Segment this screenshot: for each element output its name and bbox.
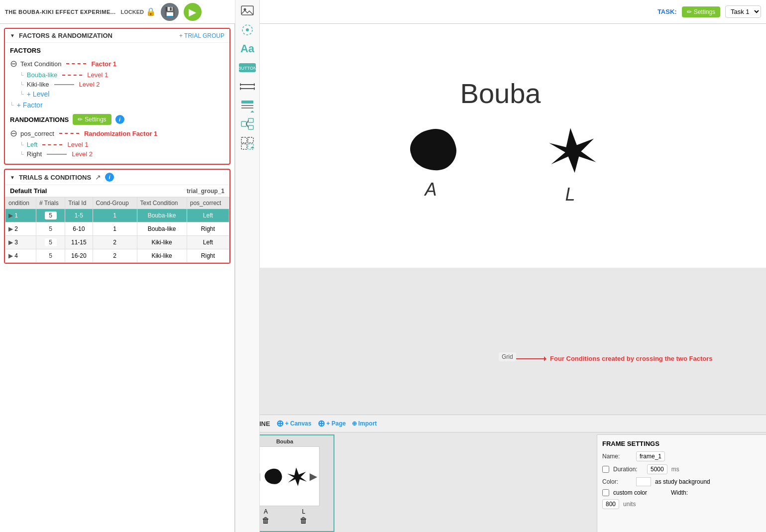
add-page-button[interactable]: ⊕ + Page — [318, 418, 346, 429]
duration-checkbox[interactable] — [602, 466, 609, 473]
cell-text-condition: Bouba-like — [137, 222, 187, 236]
play-button[interactable]: ▶ — [184, 3, 202, 21]
rand-level1-name: Left — [27, 141, 38, 148]
default-trial-label: Default Trial — [10, 187, 47, 195]
cell-cond: ▶ 1 — [5, 209, 36, 222]
duration-unit: ms — [671, 466, 679, 473]
image-icon[interactable] — [237, 2, 257, 20]
arrows-icon[interactable] — [237, 78, 257, 96]
factor1-item: ⊖ Text Condition Factor 1 — [10, 58, 224, 69]
cell-trial-id: 6-10 — [65, 222, 93, 236]
col-trial-id: Trial Id — [65, 198, 93, 209]
randomizations-section: RANDOMIZATIONS ✏ Settings i — [10, 114, 224, 125]
collapse-triangle[interactable]: ▼ — [10, 33, 15, 38]
delete-star-icon[interactable]: 🗑 — [300, 516, 308, 525]
table-header-row: ondition # Trials Trial Id Cond-Group Te… — [5, 198, 229, 209]
grid-label: Grid — [499, 352, 516, 361]
add-trial-group-button[interactable]: + TRIAL GROUP — [179, 32, 224, 39]
color-desc: as study background — [655, 478, 710, 485]
external-link-icon[interactable]: ↗ — [95, 173, 101, 181]
task-label: TASK: — [657, 8, 677, 15]
grid-icon[interactable] — [237, 134, 257, 152]
top-bar: THE BOUBA-KIKI EFFECT EXPERIME... LOCKED… — [0, 0, 766, 24]
info-icon[interactable]: i — [115, 115, 124, 124]
trials-count-4[interactable]: 5 — [45, 252, 57, 260]
cell-trials: 5 — [36, 209, 65, 222]
trials-section: ▼ TRIALS & CONDITIONS ↗ i Default Trial … — [4, 169, 230, 264]
svg-marker-8 — [240, 83, 241, 86]
cell-text-condition: Bouba-like — [137, 209, 187, 222]
duration-value[interactable]: 5000 — [647, 464, 667, 474]
svg-marker-7 — [254, 83, 255, 86]
level1-name: Bouba-like — [27, 71, 57, 79]
shape-l-label: L — [565, 184, 575, 205]
mini-blob — [261, 466, 284, 486]
level2-label: Level 2 — [79, 81, 100, 88]
color-label: Color: — [602, 478, 632, 485]
color-row: Color: as study background — [602, 477, 761, 486]
circle-dashed-icon[interactable] — [237, 21, 257, 39]
shapes-row: A L — [401, 119, 600, 205]
main-layout: ▼ FACTORS & RANDOMIZATION + TRIAL GROUP … — [0, 24, 766, 532]
play-icon-2[interactable]: ▶ — [8, 225, 13, 232]
left-panel: ▼ FACTORS & RANDOMIZATION + TRIAL GROUP … — [0, 24, 235, 532]
frame-settings-panel: FRAME SETTINGS Name: frame_1 Duration: 5… — [597, 434, 766, 532]
svg-text:BUTTON: BUTTON — [238, 66, 256, 71]
cell-cond: ▶ 2 — [5, 222, 36, 236]
button-icon[interactable]: BUTTON — [237, 59, 257, 77]
text-icon[interactable]: Aa — [237, 40, 257, 58]
save-button[interactable]: 💾 — [161, 3, 179, 21]
trials-collapse-triangle[interactable]: ▼ — [10, 175, 15, 180]
frame-labels-row: A 🗑 L 🗑 — [262, 508, 308, 525]
task-select[interactable]: Task 1 — [725, 5, 761, 18]
lock-icon: 🔒 — [146, 7, 156, 16]
trials-info-icon[interactable]: i — [105, 173, 114, 182]
rand-level1-item: └ Left Level 1 — [20, 141, 224, 148]
conditions-table-body: ▶ 1 5 1-5 1 Bouba-like Left ▶ 2 5 6-10 1… — [5, 209, 229, 263]
blob-shape — [401, 124, 461, 174]
trials-count-3[interactable]: 5 — [45, 238, 57, 246]
conditions-table: ondition # Trials Trial Id Cond-Group Te… — [5, 197, 229, 263]
cell-trial-id: 16-20 — [65, 249, 93, 263]
factor1-dashed-line — [66, 63, 86, 64]
right-toolbar: Aa BUTTON — [235, 0, 260, 532]
trials-count-1[interactable]: 5 — [45, 212, 57, 219]
cell-cond-group: 1 — [93, 209, 137, 222]
width-value[interactable]: 800 — [602, 499, 619, 509]
play-icon-1[interactable]: ▶ — [8, 212, 13, 219]
factors-section-title: FACTORS & RANDOMIZATION — [19, 32, 112, 39]
add-level-button[interactable]: + Level — [27, 90, 50, 98]
play-icon-3[interactable]: ▶ — [8, 239, 13, 246]
import-button[interactable]: ⊕ Import — [352, 420, 377, 427]
add-canvas-icon: ⊕ — [276, 418, 284, 429]
list-icon[interactable] — [237, 97, 257, 114]
name-label: Name: — [602, 453, 632, 460]
pencil-icon: ✏ — [687, 8, 692, 15]
frame-next-button[interactable]: ▶ — [310, 471, 317, 482]
app-title: THE BOUBA-KIKI EFFECT EXPERIME... — [5, 9, 115, 15]
delete-blob-icon[interactable]: 🗑 — [262, 516, 270, 525]
factors-label: FACTORS — [10, 47, 224, 54]
play-icon-4[interactable]: ▶ — [8, 252, 13, 259]
minus-icon-2[interactable]: ⊖ — [10, 128, 17, 139]
name-value[interactable]: frame_1 — [636, 451, 665, 461]
minus-icon[interactable]: ⊖ — [10, 58, 17, 69]
star-shape — [541, 119, 600, 179]
frame-settings-title: FRAME SETTINGS — [602, 440, 761, 447]
add-canvas-button[interactable]: ⊕ + Canvas — [276, 418, 312, 429]
randomizations-settings-button[interactable]: ✏ Settings — [73, 114, 111, 125]
frame-label-l: L — [302, 508, 306, 515]
custom-color-checkbox[interactable] — [602, 489, 609, 496]
frame-a-col: A 🗑 — [262, 508, 270, 525]
shape-a-container: A — [401, 124, 461, 200]
color-picker[interactable] — [636, 477, 651, 486]
shape-l-container: L — [541, 119, 600, 205]
tree-connector-6: └ — [20, 151, 24, 157]
add-factor-button[interactable]: + Factor — [17, 101, 43, 109]
branch-icon[interactable] — [237, 115, 257, 133]
settings-button[interactable]: ✏ Settings — [682, 6, 720, 17]
width-label: Width: — [671, 489, 688, 496]
trials-count-2[interactable]: 5 — [45, 225, 57, 233]
svg-rect-18 — [248, 125, 253, 129]
cell-trials: 5 — [36, 249, 65, 263]
